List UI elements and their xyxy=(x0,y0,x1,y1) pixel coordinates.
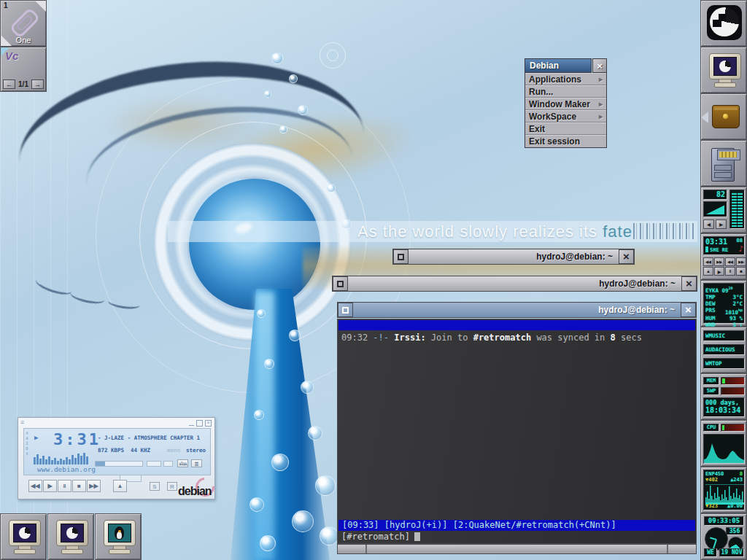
pager-next-button[interactable]: → xyxy=(31,79,44,89)
resize-bar[interactable] xyxy=(337,544,697,554)
terminal-content: 09:32 -!- Irssi: Join to #retromatch was… xyxy=(337,319,697,544)
dock-tile-mixer[interactable]: 82 ◀ ▶ xyxy=(700,187,747,233)
dock-tile-terminal[interactable]: ... xyxy=(700,47,747,93)
dock-tile-windowmaker[interactable]: ... xyxy=(700,0,747,47)
player-side-letters: OAIDV xyxy=(25,431,29,456)
shaded-window-titlebar[interactable]: hydroJ@debian: ~ × xyxy=(332,276,697,292)
close-button[interactable]: × xyxy=(681,276,697,291)
menu-item-workspace[interactable]: WorkSpace▸ xyxy=(525,110,606,122)
play-button[interactable]: ▶ xyxy=(43,480,57,492)
miniaturize-button[interactable] xyxy=(333,276,348,291)
player-time[interactable]: 3:31 xyxy=(53,430,101,448)
music-play-button[interactable]: ▶ xyxy=(714,267,724,276)
terminal-titlebar[interactable]: hydroJ@debian: ~ × xyxy=(337,302,697,318)
mixer-prev-button[interactable]: ◀ xyxy=(703,219,714,229)
window-title[interactable]: hydroJ@debian: ~ xyxy=(353,303,681,317)
player-window-buttons: × xyxy=(189,420,212,427)
menu-titlebar[interactable]: Debian × xyxy=(525,58,607,73)
music-forward-button[interactable]: ▶▶ xyxy=(736,257,746,266)
dock-tile-weather[interactable]: EYKA 0920 TMP3°C DEW2°C PRS1010hp HUM93 … xyxy=(700,280,747,327)
water-stream xyxy=(255,292,274,560)
window-title[interactable]: hydroJ@debian: ~ xyxy=(348,276,681,291)
minimize-icon[interactable] xyxy=(189,420,194,426)
close-button[interactable]: × xyxy=(619,249,634,264)
balance-slider[interactable] xyxy=(163,461,173,467)
net-display: ENP4S08 ▼402▲243 ▼323▲0.00 xyxy=(703,470,745,510)
close-button[interactable]: × xyxy=(681,303,696,317)
uptime-display: 000 days, 18:03:34 xyxy=(703,397,745,417)
menu-item-exit[interactable]: Exit xyxy=(525,122,606,135)
equalizer-button[interactable]: ılıı xyxy=(177,459,188,467)
submenu-arrow-icon: ▸ xyxy=(599,112,603,120)
shuffle-button[interactable]: S xyxy=(150,482,160,491)
close-icon[interactable]: × xyxy=(205,420,212,427)
music-skip-fwd-button[interactable]: ▶▶ xyxy=(714,257,724,266)
appicon-terminal-2[interactable] xyxy=(47,513,94,560)
player-url[interactable]: www.debian.org xyxy=(37,465,96,473)
irssi-status-bar: [09:33] [hydroJ(+i)] [2:QuakeNet/#retrom… xyxy=(338,520,695,531)
menu-close-button[interactable]: × xyxy=(592,58,607,73)
clip-next-arrow[interactable] xyxy=(35,1,46,12)
pager-prev-button[interactable]: ← xyxy=(3,79,15,89)
bubble xyxy=(271,52,283,64)
repeat-button[interactable]: R xyxy=(167,482,177,491)
player-stereo-label: stereo xyxy=(186,447,206,454)
pause-button[interactable]: ‖ xyxy=(58,480,71,492)
dock-tile-drawer[interactable] xyxy=(700,93,747,140)
pager-page-label: 1/1 xyxy=(18,80,28,88)
playlist-button[interactable]: ≡ xyxy=(191,459,202,467)
irssi-input-line[interactable]: [#retromatch] xyxy=(338,531,695,542)
next-button[interactable]: ▶▶ xyxy=(87,480,101,492)
miniaturize-button[interactable] xyxy=(393,249,409,264)
stop-button[interactable]: ■ xyxy=(72,480,86,492)
dock-tile-network[interactable]: ENP4S08 ▼402▲243 ▼323▲0.00 xyxy=(700,467,747,513)
volume-slider[interactable] xyxy=(147,461,161,467)
seek-thumb[interactable] xyxy=(96,462,105,466)
player-menu-icon[interactable]: ≡ xyxy=(20,419,24,425)
clock-digital-time: 09:33:05 xyxy=(704,516,744,526)
appicon-terminal-1[interactable] xyxy=(0,513,47,560)
menu-item-applications[interactable]: Applications▸ xyxy=(525,73,606,85)
music-eject-button[interactable]: ▲ xyxy=(703,267,713,276)
prev-button[interactable]: ◀◀ xyxy=(28,480,42,492)
drawer-icon xyxy=(712,105,740,128)
spectrum-analyzer xyxy=(34,451,90,464)
eject-button[interactable]: ▲ xyxy=(113,480,127,492)
eject-icon: ▲ xyxy=(117,483,123,489)
miniaturize-button[interactable] xyxy=(338,303,353,317)
cpu-graph xyxy=(703,434,745,464)
shade-icon[interactable] xyxy=(196,420,203,427)
dock-tile-wmtop[interactable]: WMUSIC AUDACIOUS WMTOP xyxy=(700,327,747,373)
music-stop-button[interactable]: ■ xyxy=(736,267,746,276)
window-title[interactable]: hydroJ@debian: ~ xyxy=(409,249,619,264)
dock-tile-music[interactable]: 03:31 08 SHE RE ♪ ◀◀ ▶▶ ◀◀ ▶▶ ▲ ▶ ‖ ■ xyxy=(700,233,747,280)
drawer-arrow-icon[interactable] xyxy=(701,112,708,123)
workspace-clip[interactable]: 1 One xyxy=(0,0,47,47)
shaded-window-titlebar[interactable]: hydroJ@debian: ~ × xyxy=(392,249,635,265)
dock-tile-filemanager[interactable]: ... xyxy=(700,140,747,187)
mem-label: MEM xyxy=(703,377,719,385)
net-rx-rate: ▼402 xyxy=(705,477,718,483)
mixer-volume-value: 82 xyxy=(703,190,727,200)
menu-title[interactable]: Debian xyxy=(525,58,592,73)
menu-item-windowmaker[interactable]: Window Maker▸ xyxy=(525,98,606,110)
desktop: As the world slowly realizes its fate 1 … xyxy=(0,0,747,560)
windowmaker-logo-icon xyxy=(707,5,742,40)
pager-tile[interactable]: Vc ← 1/1 → xyxy=(0,47,47,92)
seek-slider[interactable] xyxy=(95,461,143,467)
music-rewind-button[interactable]: ◀◀ xyxy=(725,257,735,266)
mixer-next-button[interactable]: ▶ xyxy=(716,219,727,229)
net-graph xyxy=(705,484,744,503)
bubble xyxy=(298,105,308,115)
appicon-linux-terminal[interactable] xyxy=(95,513,142,560)
music-pause-button[interactable]: ‖ xyxy=(725,267,735,276)
menu-item-exit-session[interactable]: Exit session xyxy=(525,135,606,147)
dock-tile-cpu[interactable]: CPU xyxy=(700,420,747,467)
dock-tile-sysmon[interactable]: MEM SWP 000 days, 18:03:34 xyxy=(700,373,747,420)
menu-item-run[interactable]: Run... xyxy=(525,85,606,98)
dock-tile-clock[interactable]: 09:33:05 356 WE 19 NOV xyxy=(700,513,747,560)
music-progress-block xyxy=(705,246,708,252)
clock-day-of-year: 356 xyxy=(726,527,743,535)
music-skip-back-button[interactable]: ◀◀ xyxy=(703,257,713,266)
uptime-time: 18:03:34 xyxy=(705,406,743,414)
